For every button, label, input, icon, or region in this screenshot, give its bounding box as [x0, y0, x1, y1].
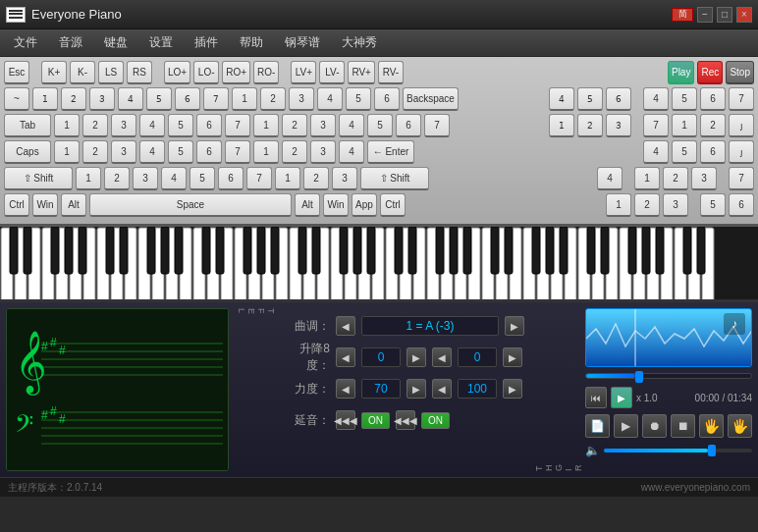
key-r6-num5[interactable]: 5	[700, 193, 726, 217]
key-2b[interactable]: 2	[260, 87, 286, 111]
key-4b[interactable]: 4	[317, 87, 343, 111]
record-action-button[interactable]: ⏺	[642, 414, 667, 438]
key-rvplus[interactable]: RV+	[348, 61, 375, 84]
key-kplus[interactable]: K+	[41, 61, 67, 84]
sustain-r-indicator[interactable]: ON	[421, 412, 450, 429]
key-kminus[interactable]: K-	[70, 61, 95, 84]
key-r4-11[interactable]: 4	[339, 140, 364, 164]
close-button[interactable]: ×	[736, 7, 752, 23]
progress-bar[interactable]	[585, 373, 752, 379]
key-lominus[interactable]: LO-	[193, 61, 219, 84]
menu-help[interactable]: 帮助	[230, 31, 273, 54]
key-r5-num1[interactable]: 1	[634, 167, 660, 190]
key-r4-10[interactable]: 3	[310, 140, 336, 164]
menu-plugin[interactable]: 插件	[185, 31, 228, 54]
stop-action-button[interactable]: ⏹	[671, 414, 695, 438]
key-r6-num1[interactable]: 1	[606, 193, 631, 217]
key-esc[interactable]: Esc	[4, 61, 29, 84]
key-r3-12[interactable]: 5	[367, 114, 393, 137]
key-ctrl-right[interactable]: Ctrl	[380, 193, 406, 217]
key-7a[interactable]: 7̇	[203, 87, 229, 111]
key-r5-9[interactable]: 2	[303, 167, 329, 190]
key-win-left[interactable]: Win	[32, 193, 58, 217]
menu-keyboard[interactable]: 键盘	[94, 31, 137, 54]
key-loplus[interactable]: LO+	[164, 61, 190, 84]
key-lvminus[interactable]: LV-	[319, 61, 345, 84]
maximize-button[interactable]: □	[717, 7, 732, 23]
key-r4-4[interactable]: 4	[139, 140, 165, 164]
key-1b[interactable]: 1	[232, 87, 257, 111]
key-num5b[interactable]: 5	[672, 87, 697, 111]
key-tab[interactable]: Tab	[4, 114, 51, 137]
velocity-r-next[interactable]: ▶	[503, 379, 522, 399]
key-ctrl-left[interactable]: Ctrl	[4, 193, 29, 217]
key-num5c[interactable]: 5	[672, 140, 697, 164]
volume-thumb[interactable]	[708, 445, 716, 456]
key-r3-1[interactable]: 1	[54, 114, 80, 137]
play-action-button[interactable]: ▶	[614, 414, 638, 438]
key-r3-10[interactable]: 3	[310, 114, 336, 137]
menu-settings[interactable]: 设置	[139, 31, 183, 54]
key-r5-num4[interactable]: 4	[597, 167, 623, 190]
key-num4b[interactable]: 4	[643, 87, 669, 111]
velocity-r-prev[interactable]: ◀	[432, 379, 452, 399]
key-r3-13[interactable]: 6	[396, 114, 421, 137]
key-r4-8[interactable]: 1	[253, 140, 279, 164]
key-num6a[interactable]: 6̇	[606, 87, 631, 111]
transpose-r-prev[interactable]: ◀	[432, 347, 452, 367]
key-r3-5[interactable]: 5	[168, 114, 193, 137]
key-r3-3[interactable]: 3	[111, 114, 136, 137]
key-rominus[interactable]: RO-	[253, 61, 279, 84]
key-r5-10[interactable]: 3	[332, 167, 357, 190]
key-num6c[interactable]: 6	[700, 140, 726, 164]
key-r4-2[interactable]: 2	[82, 140, 108, 164]
transpose-l-prev[interactable]: ◀	[336, 347, 355, 367]
sustain-r-prev[interactable]: ◀◀◀	[396, 410, 415, 430]
file-button[interactable]: 📄	[585, 414, 610, 438]
key-r3-7[interactable]: 7	[225, 114, 250, 137]
key-alt-right[interactable]: Alt	[295, 193, 320, 217]
key-r5-7[interactable]: 7	[246, 167, 272, 190]
key-app[interactable]: App	[352, 193, 377, 217]
volume-track[interactable]	[604, 449, 752, 452]
key-r4-9[interactable]: 2	[282, 140, 307, 164]
key-alt-left[interactable]: Alt	[61, 193, 86, 217]
key-r3-2[interactable]: 2	[82, 114, 108, 137]
menu-file[interactable]: 文件	[4, 31, 47, 54]
hand-blue-button[interactable]: 🖐	[699, 414, 724, 438]
key-num-dot[interactable]: ȷ	[729, 114, 754, 137]
key-backspace[interactable]: Backspace	[403, 87, 459, 111]
key-ls[interactable]: LS	[98, 61, 124, 84]
key-r6-num6[interactable]: 6	[729, 193, 754, 217]
key-r5-5[interactable]: 5	[190, 167, 215, 190]
key-tilde[interactable]: ~	[4, 87, 29, 111]
key-num3a[interactable]: 3̇	[606, 114, 631, 137]
key-rvminus[interactable]: RV-	[378, 61, 404, 84]
key-3b[interactable]: 3	[289, 87, 314, 111]
rec-button[interactable]: Rec	[697, 61, 723, 84]
menu-sheet[interactable]: 钢琴谱	[275, 31, 330, 54]
key-1a[interactable]: 1̇	[32, 87, 58, 111]
key-num4c[interactable]: 4	[643, 140, 669, 164]
key-prev-btn[interactable]: ◀	[336, 316, 355, 336]
key-4a[interactable]: 4̇	[118, 87, 143, 111]
key-r4-1[interactable]: 1	[54, 140, 80, 164]
key-6b[interactable]: 6	[374, 87, 400, 111]
key-r5-3[interactable]: 3	[133, 167, 158, 190]
key-rs[interactable]: RS	[127, 61, 152, 84]
key-caps[interactable]: Caps	[4, 140, 51, 164]
key-num2a[interactable]: 2̇	[577, 114, 603, 137]
key-next-btn[interactable]: ▶	[505, 316, 524, 336]
play-button[interactable]: Play	[668, 61, 694, 84]
key-r3-8[interactable]: 1	[253, 114, 279, 137]
key-r4-5[interactable]: 5	[168, 140, 193, 164]
key-r4-3[interactable]: 3	[111, 140, 136, 164]
key-r5-num3[interactable]: 3	[691, 167, 717, 190]
key-6a[interactable]: 6̇	[175, 87, 200, 111]
playback-button[interactable]: ▶	[611, 387, 632, 408]
key-2a[interactable]: 2̇	[61, 87, 86, 111]
key-num4a[interactable]: 4̇	[549, 87, 574, 111]
key-enter[interactable]: ← Enter	[367, 140, 414, 164]
key-r5-8[interactable]: 1	[275, 167, 300, 190]
key-r6-num2[interactable]: 2	[634, 193, 660, 217]
